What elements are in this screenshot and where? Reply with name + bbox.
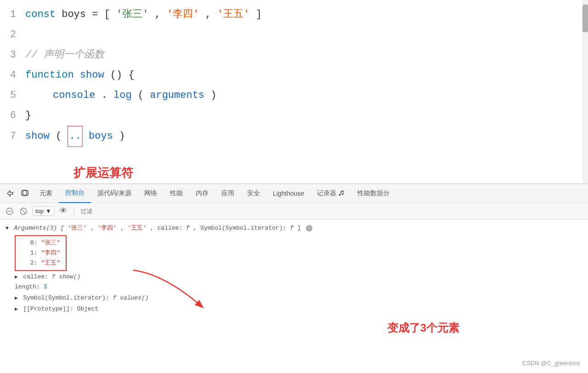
code-content-6: } (25, 106, 588, 126)
code-content-2 (25, 25, 588, 45)
tab-sources[interactable]: 源代码/来源 (91, 184, 138, 203)
code-scrollbar[interactable] (582, 0, 588, 183)
expanded-items-box: 0: "张三" 1: "李四" 2: "王五" (15, 235, 67, 271)
code-editor: 1 const boys = [ '张三' , '李四' , '王五' ] 2 … (0, 0, 588, 184)
context-dropdown[interactable]: top ▼ (32, 206, 55, 216)
tab-lighthouse[interactable]: Lighthouse (266, 184, 311, 203)
spread-operator-highlight: .. (68, 126, 82, 147)
code-content-1: const boys = [ '张三' , '李四' , '王五' ] (25, 5, 588, 25)
expanded-items-container: 0: "张三" 1: "李四" 2: "王五" (15, 235, 582, 271)
tab-perf-data[interactable]: 性能数据分 (351, 184, 396, 203)
prop-length: length: 3 (6, 282, 582, 292)
bottom-annotation-text: 变成了3个元素 (387, 322, 459, 334)
expand-toggle[interactable]: ▼ (6, 223, 9, 233)
code-line-3: 3 // 声明一个函数 (0, 45, 588, 65)
code-line-4: 4 function show () { (0, 65, 588, 85)
prop-item-1: 1: "李四" (21, 248, 60, 258)
svg-rect-0 (22, 191, 28, 195)
code-content-4: function show () { (25, 65, 588, 85)
line-num-4: 4 (0, 65, 25, 85)
tab-performance[interactable]: 性能 (164, 184, 189, 203)
console-output: ▼ Arguments(3) [ '张三' , '李四' , '王五' , ca… (0, 220, 588, 318)
line-num-1: 1 (0, 5, 25, 25)
tab-application[interactable]: 应用 (215, 184, 241, 203)
prop-prototype[interactable]: ▶ [[Prototype]]: Object (6, 304, 582, 314)
bottom-annotation: 变成了3个元素 (387, 321, 459, 335)
svg-rect-1 (23, 190, 27, 196)
devtools-tabbar: 元素 控制台 源代码/来源 网络 性能 内存 应用 安全 Lighthouse … (0, 184, 588, 203)
devtools-icon-device[interactable] (18, 187, 31, 200)
code-content-5: console . log ( arguments ) (25, 85, 588, 106)
chevron-down-icon: ▼ (45, 208, 51, 215)
line-num-2: 2 (0, 25, 25, 45)
console-clear-icon[interactable] (5, 206, 15, 216)
prop-item-0: 0: "张三" (21, 238, 60, 248)
annotation-text: 扩展运算符 (74, 166, 133, 180)
tab-console[interactable]: 控制台 (59, 184, 91, 203)
tab-security[interactable]: 安全 (241, 184, 266, 203)
scrollbar-thumb[interactable] (582, 5, 588, 32)
context-dropdown-label: top (35, 208, 44, 215)
tab-network[interactable]: 网络 (138, 184, 164, 203)
svg-line-5 (21, 209, 26, 214)
tab-elements[interactable]: 元素 (33, 184, 59, 203)
devtools-tabs: 元素 控制台 源代码/来源 网络 性能 内存 应用 安全 Lighthouse … (33, 184, 396, 203)
eye-icon[interactable]: 👁 (58, 206, 68, 216)
arguments-header[interactable]: ▼ Arguments(3) [ '张三' , '李四' , '王五' , ca… (6, 223, 582, 233)
code-content-3: // 声明一个函数 (25, 45, 588, 65)
line-num-3: 3 (0, 45, 25, 65)
line-num-7: 7 (0, 126, 25, 147)
code-line-7: 7 show ( .. boys ) (0, 126, 588, 147)
prop-item-2: 2: "王五" (21, 258, 60, 268)
devtools-icon-cursor[interactable] (4, 187, 17, 200)
line-num-6: 6 (0, 106, 25, 126)
csdn-watermark: CSDN @C_greenbird (522, 360, 580, 367)
tab-memory[interactable]: 内存 (189, 184, 215, 203)
code-content-7: show ( .. boys ) (25, 126, 588, 147)
console-toolbar: top ▼ 👁 | (0, 203, 588, 220)
code-line-1: 1 const boys = [ '张三' , '李四' , '王五' ] (0, 5, 588, 25)
console-block-icon[interactable] (18, 206, 28, 216)
filter-input[interactable] (80, 208, 583, 215)
info-badge: i (306, 225, 312, 232)
code-line-5: 5 console . log ( arguments ) (0, 85, 588, 106)
code-line-6: 6 } (0, 106, 588, 126)
code-line-2: 2 (0, 25, 588, 45)
tab-recorder[interactable]: 记录器 🎜 (311, 184, 351, 203)
prop-callee[interactable]: ▶ callee: f show() (6, 272, 582, 282)
line-num-5: 5 (0, 85, 25, 106)
annotation-area: 扩展运算符 (74, 165, 133, 181)
prop-symbol[interactable]: ▶ Symbol(Symbol.iterator): f values() (6, 293, 582, 303)
